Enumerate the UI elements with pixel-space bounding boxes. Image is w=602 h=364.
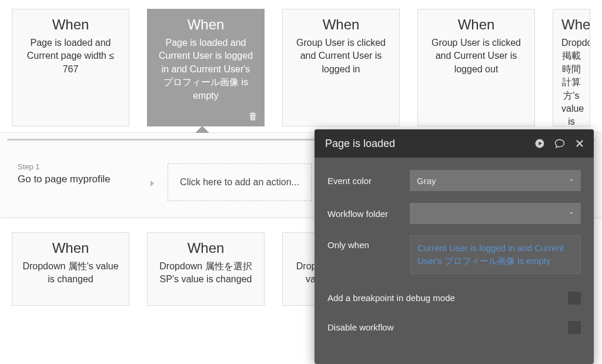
- events-row-1: When Page is loaded and Current page wid…: [12, 9, 590, 126]
- property-editor-popup[interactable]: Page is loaded Event color Gray: [315, 129, 594, 364]
- event-desc: Page is loaded and Current User is logge…: [156, 36, 256, 102]
- close-icon[interactable]: [574, 138, 586, 149]
- step-label: Step 1: [18, 162, 135, 171]
- event-title: When: [561, 16, 581, 33]
- event-color-select[interactable]: Gray: [410, 170, 581, 191]
- event-card[interactable]: When Dropdown 属性's value is changed: [12, 232, 129, 306]
- popup-title: Page is loaded: [325, 138, 534, 150]
- event-card-selected[interactable]: When Page is loaded and Current User is …: [147, 9, 265, 126]
- event-desc: Group User is clicked and Current User i…: [426, 36, 526, 76]
- only-when-expression[interactable]: Current User is logged in and Current Us…: [410, 235, 581, 274]
- event-title: When: [21, 240, 121, 256]
- event-card[interactable]: When Page is loaded and Current page wid…: [12, 9, 129, 126]
- event-title: When: [291, 16, 391, 33]
- event-card[interactable]: When Dropdown 属性を選択 SP's value is change…: [147, 232, 265, 306]
- label-disable-workflow: Disable workflow: [327, 322, 568, 332]
- label-workflow-folder: Workflow folder: [327, 209, 410, 219]
- event-desc: Group User is clicked and Current User i…: [291, 36, 391, 76]
- label-only-when: Only when: [327, 235, 410, 250]
- event-color-value: Gray: [417, 176, 436, 186]
- chevron-down-icon: [568, 209, 575, 219]
- workflow-folder-select[interactable]: [410, 203, 581, 224]
- event-desc: Dropdown 属性を選択 SP's value is changed: [156, 260, 256, 286]
- step-card[interactable]: Step 1 Go to page myprofile: [18, 162, 135, 185]
- popup-body: Event color Gray Workflow folder Only wh…: [315, 158, 594, 352]
- event-desc: Dropdown 属性's value is changed: [21, 260, 121, 286]
- step-text: Go to page myprofile: [18, 173, 135, 185]
- event-title: When: [156, 240, 256, 256]
- event-title: When: [21, 16, 121, 33]
- comment-icon[interactable]: [554, 138, 566, 149]
- popup-header[interactable]: Page is loaded: [315, 129, 594, 158]
- play-icon[interactable]: [534, 138, 546, 149]
- event-title: When: [426, 16, 526, 33]
- event-desc: Page is loaded and Current page width ≤ …: [21, 36, 121, 76]
- event-title: When: [156, 16, 256, 33]
- disable-workflow-checkbox[interactable]: [568, 321, 581, 334]
- trash-icon[interactable]: [248, 111, 258, 122]
- label-event-color: Event color: [327, 176, 410, 186]
- add-breakpoint-checkbox[interactable]: [568, 292, 581, 305]
- event-card[interactable]: When Group User is clicked and Current U…: [282, 9, 400, 126]
- label-add-breakpoint: Add a breakpoint in debug mode: [327, 293, 568, 303]
- event-desc: Dropdown 掲載時間計算方's value is changed: [561, 36, 581, 126]
- event-card[interactable]: When Dropdown 掲載時間計算方's value is changed: [553, 9, 590, 126]
- arrow-right-icon: [147, 177, 158, 192]
- selected-connector: [195, 126, 209, 133]
- chevron-down-icon: [568, 176, 575, 186]
- add-action-button[interactable]: Click here to add an action...: [168, 163, 312, 201]
- event-card[interactable]: When Group User is clicked and Current U…: [417, 9, 535, 126]
